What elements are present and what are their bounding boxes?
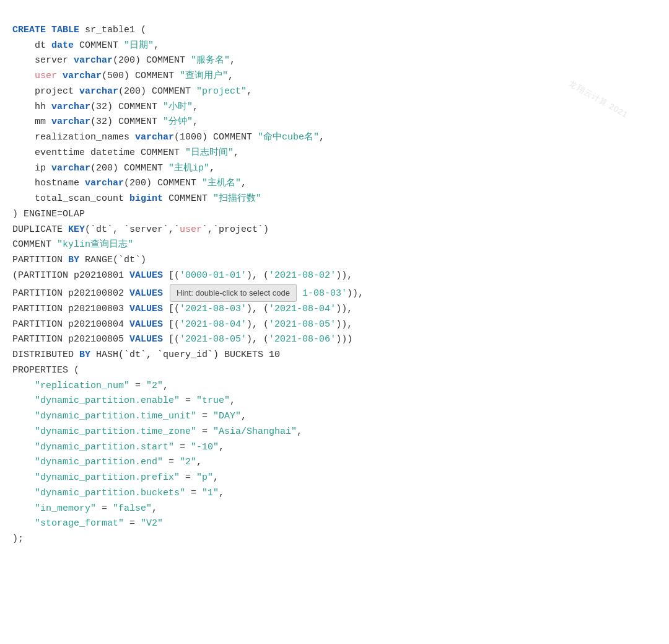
line-27: "dynamic_partition.time_zone" = "Asia/Sh… — [12, 426, 302, 437]
line-30: "dynamic_partition.prefix" = "p", — [12, 472, 219, 483]
hint-tooltip: Hint: double-click to select code — [170, 284, 297, 302]
line-24: "replication_num" = "2", — [12, 381, 168, 391]
line-26: "dynamic_partition.time_unit" = "DAY", — [12, 411, 247, 421]
line-31: "dynamic_partition.buckets" = "1", — [12, 488, 224, 498]
line-13: ) ENGINE=OLAP — [12, 209, 85, 219]
line-32: "in_memory" = "false", — [12, 503, 157, 514]
line-22: DISTRIBUTED BY HASH(`dt`, `query_id`) BU… — [12, 350, 280, 360]
line-18: PARTITION p202100802 VALUES Hint: double… — [12, 288, 364, 299]
line-29: "dynamic_partition.end" = "2", — [12, 457, 202, 467]
line-2: dt date COMMENT "日期", — [12, 40, 159, 51]
line-21: PARTITION p202100805 VALUES [('2021-08-0… — [12, 334, 352, 345]
line-15: COMMENT "kylin查询日志" — [12, 239, 133, 250]
line-4: user varchar(500) COMMENT "查询用户", — [12, 71, 234, 81]
line-12: total_scan_count bigint COMMENT "扫描行数" — [12, 193, 261, 204]
line-3: server varchar(200) COMMENT "服务名", — [12, 55, 235, 66]
line-9: eventtime datetime COMMENT "日志时间", — [12, 148, 239, 158]
line-28: "dynamic_partition.start" = "-10", — [12, 442, 224, 452]
line-5: project varchar(200) COMMENT "project", — [12, 86, 252, 97]
line-1: CREATE TABLE sr_table1 ( — [12, 25, 146, 35]
line-7: mm varchar(32) COMMENT "分钟", — [12, 117, 198, 127]
line-34: ); — [12, 534, 24, 544]
line-17: (PARTITION p20210801 VALUES [('0000-01-0… — [12, 270, 352, 281]
line-25: "dynamic_partition.enable" = "true", — [12, 395, 235, 406]
line-33: "storage_format" = "V2" — [12, 518, 163, 529]
line-16: PARTITION BY RANGE(`dt`) — [12, 255, 146, 265]
line-19: PARTITION p202100803 VALUES [('2021-08-0… — [12, 304, 352, 314]
line-23: PROPERTIES ( — [12, 365, 79, 376]
line-10: ip varchar(200) COMMENT "主机ip", — [12, 163, 215, 174]
line-6: hh varchar(32) COMMENT "小时", — [12, 102, 198, 112]
line-11: hostname varchar(200) COMMENT "主机名", — [12, 178, 247, 188]
line-20: PARTITION p202100804 VALUES [('2021-08-0… — [12, 319, 352, 330]
line-8: realization_names varchar(1000) COMMENT … — [12, 132, 325, 143]
line-14: DUPLICATE KEY(`dt`, `server`,`user`,`pro… — [12, 224, 269, 235]
code-editor: CREATE TABLE sr_table1 ( dt date COMMENT… — [12, 7, 657, 547]
